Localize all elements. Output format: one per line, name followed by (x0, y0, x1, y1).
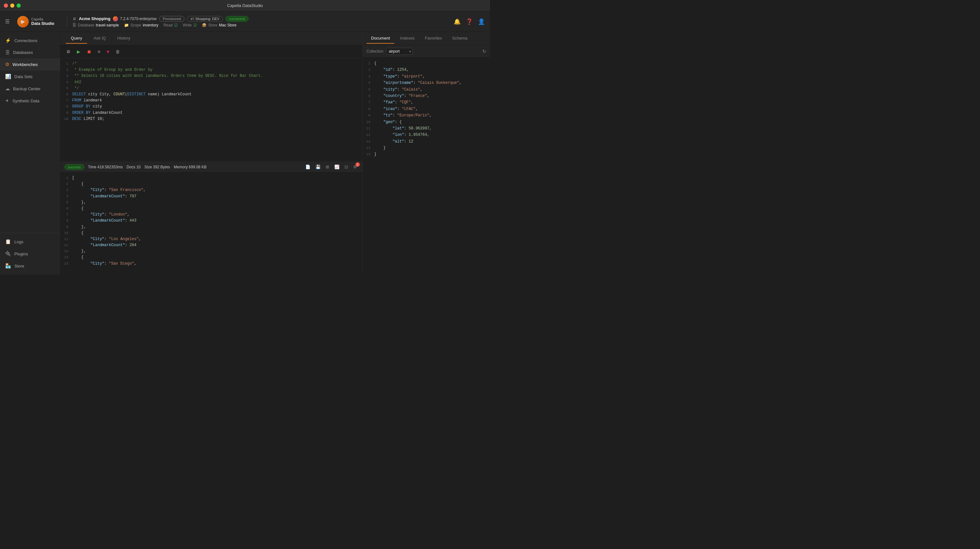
bell-icon[interactable]: 🔔 (453, 18, 461, 25)
right-tab-schema[interactable]: Schema (447, 33, 472, 44)
store-icon: 🏪 (5, 263, 11, 269)
doc-line-1: 1 { (363, 60, 490, 67)
result-line-11: 11 "City": "Los Angeles", (60, 236, 363, 242)
status-badges: Provisioned 🏷 Shopping: DEV connected (159, 16, 248, 22)
read-label: Read (163, 23, 173, 27)
doc-line-10: 10 "geo": { (363, 119, 490, 125)
right-tab-indexes[interactable]: Indexes (396, 33, 419, 44)
sidebar-item-datasets[interactable]: 📊 Data Sets (0, 70, 60, 83)
result-line-12: 12 "LandmarkCount": 284 (60, 242, 363, 248)
store-label: Store (208, 23, 218, 27)
code-editor[interactable]: 1 /* 2 * Example of Group by and Order b… (60, 58, 363, 161)
settings-badge-wrap: ⚙ 2 (352, 163, 359, 170)
sidebar-item-workbenches[interactable]: ⚙ Workbenches (0, 58, 60, 70)
results-size: Size 392 Bytes (145, 165, 170, 169)
result-line-2: 2 { (60, 181, 363, 187)
version-icon (113, 16, 118, 21)
databases-label: Databases (13, 50, 33, 55)
db-item: 🗄 Database travel-sample (72, 23, 119, 27)
sidebar-item-backup[interactable]: ☁ Backup Center (0, 83, 60, 95)
code-line-10: 10 DESC LIMIT 10; (60, 116, 363, 122)
result-line-8: 8 "LandmarkCount": 443 (60, 218, 363, 224)
doc-line-7: 7 "faa": "CQF", (363, 99, 490, 106)
format-button[interactable]: ≡ (96, 48, 102, 56)
sidebar-item-plugins[interactable]: 🔌 Plugins (0, 248, 60, 260)
sidebar-item-synthetic[interactable]: ✦ Synthetic Data (0, 95, 60, 107)
sidebar-item-databases[interactable]: 🗄 Databases (0, 46, 60, 58)
result-line-13: 13 }, (60, 248, 363, 254)
download-button[interactable]: 💾 (314, 163, 322, 170)
synthetic-label: Synthetic Data (13, 98, 40, 103)
read-item: Read ☑ (163, 23, 178, 27)
results-memory: Memory 699.08 KB (174, 165, 207, 169)
sidebar: ⚡ Connections 🗄 Databases ⚙ Workbenches … (0, 32, 60, 274)
minimize-button[interactable] (10, 3, 14, 8)
chart-button[interactable]: 📈 (333, 163, 341, 170)
split-area: Query Ask iQ History ⚙ ▶ ⏹ ≡ ♥ 🗑 (60, 32, 490, 274)
store-value: Mac Store (219, 23, 237, 27)
run-button[interactable]: ▶ (75, 48, 82, 56)
table-button[interactable]: ⊞ (324, 163, 331, 170)
sidebar-item-connections[interactable]: ⚡ Connections (0, 35, 60, 46)
collection-select-wrap: airport airline hotel landmark route ▾ (386, 48, 413, 55)
query-tabs-bar: Query Ask iQ History (60, 32, 363, 45)
expand-button[interactable]: ⊡ (343, 163, 350, 170)
traffic-lights[interactable] (4, 3, 21, 8)
synthetic-icon: ✦ (5, 98, 9, 104)
settings-button[interactable]: ⚙ (64, 48, 72, 56)
connections-icon: ⚡ (5, 38, 11, 43)
result-line-4: 4 "LandmarkCount": 797 (60, 194, 363, 200)
logo-icon: ▶ (17, 16, 29, 27)
doc-line-6: 6 "country": "France", (363, 93, 490, 99)
workbenches-label: Workbenches (13, 62, 38, 67)
favorite-button[interactable]: ♥ (105, 48, 111, 56)
store-icon: 📦 (202, 23, 207, 27)
plugins-label: Plugins (14, 252, 28, 256)
backup-icon: ☁ (5, 86, 10, 92)
tab-query[interactable]: Query (66, 33, 87, 44)
topbar: ☰ ▶ Capella Data Studio 🖥 Acme Shopping … (0, 11, 490, 32)
tab-history[interactable]: History (112, 33, 135, 44)
database-label: Database (78, 23, 94, 27)
datasets-icon: 📊 (5, 74, 11, 79)
stop-button[interactable]: ⏹ (85, 48, 93, 56)
sidebar-item-store[interactable]: 🏪 Store (0, 260, 60, 272)
scope-item: 📁 Scope inventory (124, 23, 159, 27)
badge-count: 2 (355, 162, 360, 167)
hamburger-icon[interactable]: ☰ (5, 19, 10, 25)
refresh-button[interactable]: ↻ (482, 49, 486, 54)
result-line-5: 5 }, (60, 200, 363, 206)
write-label: Write (183, 23, 192, 27)
doc-content: 1 { 2 "id": 1254, 3 "type": "airport", 4 (363, 58, 490, 274)
code-line-6: 6 SELECT city City, COUNT(DISTINCT name)… (60, 92, 363, 98)
provisioned-badge: Provisioned (159, 16, 185, 22)
help-icon[interactable]: ❓ (466, 18, 473, 25)
right-tab-favorites[interactable]: Favorites (420, 33, 446, 44)
query-bottom: success Time 418.582353ms Docs 10 Size 3… (60, 161, 363, 274)
result-line-1: 1 [ (60, 175, 363, 181)
content-area: Query Ask iQ History ⚙ ▶ ⏹ ≡ ♥ 🗑 (60, 32, 490, 274)
sidebar-item-logs[interactable]: 📋 Logs (0, 236, 60, 248)
collection-select[interactable]: airport airline hotel landmark route (386, 48, 413, 55)
result-line-3: 3 "City": "San Francisco", (60, 187, 363, 193)
server-section: 🖥 Acme Shopping 7.2.4-7070-enterprise Pr… (72, 16, 248, 27)
user-icon[interactable]: 👤 (478, 18, 485, 25)
doc-line-8: 8 "icao": "LFAC", (363, 106, 490, 112)
result-line-15: 15 "City": "San Diego", (60, 261, 363, 267)
scope-icon: 📁 (124, 23, 129, 27)
topbar-right: 🔔 ❓ 👤 (453, 18, 485, 25)
logo-capella: Capella (31, 17, 54, 21)
close-button[interactable] (4, 3, 8, 8)
result-line-10: 10 { (60, 230, 363, 236)
clear-button[interactable]: 🗑 (114, 48, 122, 56)
doc-line-4: 4 "airportname": "Calais Dunkerque", (363, 80, 490, 86)
logo-datastudio: Data Studio (31, 21, 54, 26)
copy-button[interactable]: 📄 (304, 163, 312, 170)
plugins-icon: 🔌 (5, 251, 11, 257)
right-tab-document[interactable]: Document (366, 33, 394, 44)
result-line-6: 6 { (60, 206, 363, 212)
collection-label: Collection (366, 49, 383, 54)
maximize-button[interactable] (17, 3, 21, 8)
code-line-7: 7 FROM landmark (60, 98, 363, 104)
tab-askiq[interactable]: Ask iQ (88, 33, 111, 44)
